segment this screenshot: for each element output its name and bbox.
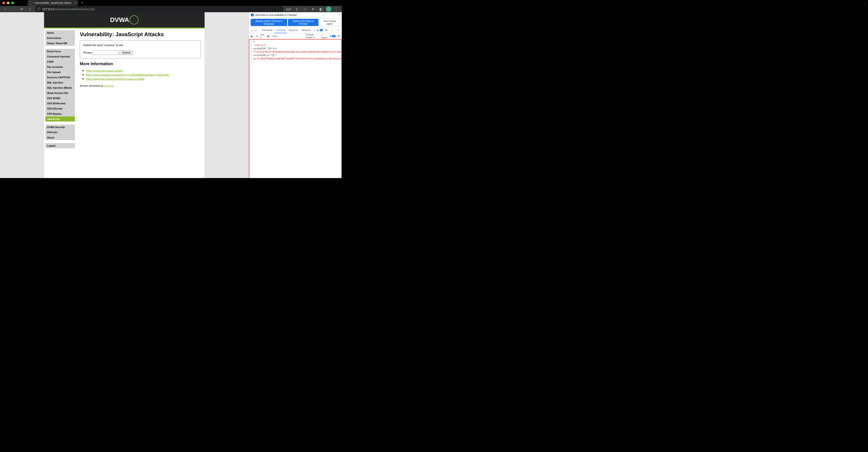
translate-icon[interactable]: ᴀ⇄ [285, 6, 291, 12]
arrow-icon: > [251, 47, 253, 50]
sidebar-item-file-upload[interactable]: File Upload [45, 70, 75, 75]
page-title: Vulnerability: JavaScript Attacks [80, 31, 200, 37]
info-link[interactable]: https://www.w3schools.com/js/ [86, 69, 123, 72]
profile-avatar[interactable] [326, 6, 331, 12]
window-maximize-button[interactable] [11, 2, 14, 4]
devtools-tab-network[interactable]: Network [300, 27, 312, 33]
sidebar-item-php-info[interactable]: PHP Info [45, 130, 75, 135]
gear-icon[interactable]: ⚙ [337, 34, 341, 38]
expand-chevron-icon[interactable]: ⌄ [864, 2, 865, 4]
arrow-icon: > [251, 54, 253, 57]
sidebar-item-setup-reset-db[interactable]: Setup / Reset DB [45, 41, 75, 46]
url-text: 127.0.0.1 /dvwa/vulnerabilities/javascri… [42, 7, 95, 11]
info-icon[interactable]: ⓘ [37, 7, 40, 11]
gear-icon[interactable]: ⚙ [324, 28, 329, 32]
play-icon[interactable]: ▶ [250, 34, 254, 38]
reload-button[interactable]: ⟳ [19, 6, 25, 12]
sidebar-item-xss-reflected-[interactable]: XSS (Reflected) [45, 101, 75, 106]
window-minimize-button[interactable] [7, 2, 9, 4]
arrow-icon: < [251, 51, 252, 53]
favicon-icon [30, 1, 33, 4]
list-item: https://www.youtube.com/watch?v=cs7EQdWO… [86, 73, 200, 77]
more-tabs-icon[interactable]: » [313, 28, 316, 32]
more-info-heading: More Information [80, 61, 200, 66]
console-row: <'sseccus' [249, 44, 341, 47]
extensions-icon[interactable]: ✦ [310, 6, 316, 12]
console-row: > [249, 60, 341, 64]
info-link[interactable]: https://www.youtube.com/watch?v=cs7EQdWO… [86, 74, 169, 76]
share-icon[interactable]: ⇪ [293, 6, 300, 12]
console-filter-input[interactable] [272, 34, 305, 38]
context-selector[interactable]: top ▾ [260, 33, 265, 39]
devtools-tabs: ⟁ ▭ ElementsConsoleSourcesNetwork » ▤1 ⚙… [249, 27, 342, 33]
match-language-button[interactable]: Always match Chrome's language [251, 19, 287, 26]
eye-icon[interactable]: ◉ [266, 34, 270, 38]
menu-icon[interactable]: ⋮ [333, 6, 340, 12]
forward-button[interactable]: → [10, 6, 17, 12]
module-credit: Module developed by Digininja. [80, 84, 200, 87]
sidebar-item-dvwa-security[interactable]: DVWA Security [45, 125, 75, 130]
swirl-icon [129, 16, 138, 24]
arrow-icon: < [251, 44, 253, 47]
list-item: https://ponyfoo.com/articles/es6-proxies… [86, 77, 200, 81]
challenge-form: Submit the word "success" to win. Phrase [80, 40, 200, 58]
sidebar-item-xss-stored-[interactable]: XSS (Stored) [45, 106, 75, 111]
close-icon[interactable]: × [74, 1, 76, 5]
submit-button[interactable] [120, 51, 133, 55]
console-output[interactable]: >t<'sseccus'>y=sha256("XX"+t)<'7f1bfaaf8… [249, 39, 342, 178]
sidebar-item-sql-injection[interactable]: SQL Injection [45, 80, 75, 85]
sidebar-item-command-injection[interactable]: Command Injection [45, 54, 75, 59]
sidebar-item-csp-bypass[interactable]: CSP Bypass [45, 111, 75, 116]
new-tab-button[interactable]: + [81, 1, 84, 5]
sidebar-item-insecure-captcha[interactable]: Insecure CAPTCHA [45, 75, 75, 80]
devtools-tab-console[interactable]: Console [274, 27, 287, 33]
device-icon[interactable]: ▭ [254, 28, 257, 32]
message-icon: ▤ [317, 29, 319, 32]
arrow-icon: < [251, 57, 252, 60]
sidebar: HomeInstructionsSetup / Reset DBBrute Fo… [44, 29, 76, 160]
phrase-input[interactable] [93, 51, 119, 55]
clear-console-icon[interactable]: ⊘ [255, 34, 259, 38]
author-link[interactable]: Digininja [104, 84, 114, 87]
sidebar-item-about[interactable]: About [45, 135, 75, 140]
devtools-tab-elements[interactable]: Elements [260, 27, 274, 33]
address-bar[interactable]: ⓘ 127.0.0.1 /dvwa/vulnerabilities/javasc… [35, 6, 283, 12]
dvwa-logo: DVWA [110, 16, 138, 24]
form-instruction: Submit the word "success" to win. [83, 44, 197, 47]
sidebar-item-sql-injection-blind-[interactable]: SQL Injection (Blind) [45, 85, 75, 90]
phrase-label: Phrase [83, 51, 92, 54]
dvwa-header: DVWA [44, 12, 205, 28]
bookmark-icon[interactable]: ☆ [302, 6, 308, 12]
devtools-tab-sources[interactable]: Sources [287, 27, 300, 33]
sidebar-item-xss-dom-[interactable]: XSS (DOM) [45, 96, 75, 101]
home-button[interactable]: ⌂ [27, 6, 33, 12]
close-icon[interactable]: × [336, 28, 340, 32]
inspect-icon[interactable]: ⟁ [250, 28, 254, 32]
info-icon: i [251, 13, 254, 17]
issues-label: 1 Issue: [321, 33, 329, 39]
console-row: >t [249, 40, 341, 44]
sidepanel-icon[interactable]: ◧ [318, 6, 324, 12]
devtools-banner: i DevTools is now available in Chinese! … [249, 12, 342, 18]
console-row: <'ec7ef8687050b6fe803867ea696734c67b541d… [249, 57, 341, 60]
sidebar-item-csrf[interactable]: CSRF [45, 59, 75, 64]
switch-language-button[interactable]: Switch DevTools to Chinese [288, 19, 318, 26]
arrow-icon: > [251, 61, 253, 63]
kebab-icon[interactable]: ⋮ [330, 28, 335, 32]
sidebar-item-file-inclusion[interactable]: File Inclusion [45, 64, 75, 69]
sidebar-item-javascript[interactable]: JavaScript [45, 116, 75, 121]
sidebar-item-logout[interactable]: Logout [45, 143, 75, 148]
levels-selector[interactable]: Default levels ▾ [306, 33, 320, 39]
back-button[interactable]: ← [2, 6, 8, 12]
info-link[interactable]: https://ponyfoo.com/articles/es6-proxies… [86, 78, 145, 80]
sidebar-item-brute-force[interactable]: Brute Force [45, 49, 75, 54]
sidebar-item-weak-session-ids[interactable]: Weak Session IDs [45, 90, 75, 95]
window-close-button[interactable] [2, 2, 5, 4]
console-row: <'7f1bfaaf829f785ba5801d5bf68c1ecaf95ce0… [249, 50, 341, 54]
sidebar-item-home[interactable]: Home [45, 30, 75, 35]
sidebar-item-instructions[interactable]: Instructions [45, 35, 75, 40]
close-icon[interactable]: × [339, 13, 340, 16]
devtools-panel: i DevTools is now available in Chinese! … [249, 12, 342, 178]
browser-tab[interactable]: Vulnerability: JavaScript Attack × [28, 0, 78, 6]
dont-show-button[interactable]: Don't show again [319, 19, 340, 26]
